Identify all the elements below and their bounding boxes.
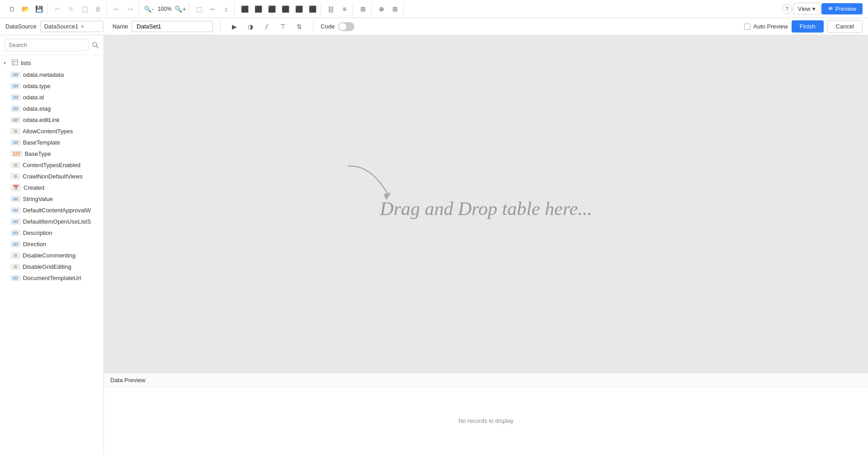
search-icon-btn[interactable] (91, 39, 99, 51)
tree-list-item[interactable]: str BaseTemplate (0, 137, 104, 148)
field-name: CrawlNonDefaultViews (23, 173, 83, 180)
tree-list-item[interactable]: str Description (0, 227, 104, 239)
tree-list-item[interactable]: str DefaultItemOpenUseListS (0, 216, 104, 227)
help-btn[interactable]: ? (782, 4, 792, 14)
finish-btn[interactable]: Finish (792, 20, 824, 33)
datasource-select[interactable]: DataSource1 ▾ (40, 21, 104, 32)
tree-list-item[interactable]: str odata.etag (0, 103, 104, 114)
undo-btn[interactable]: ↩ (110, 3, 123, 15)
field-name: odata.type (23, 83, 51, 89)
half-circle-btn[interactable]: ◑ (244, 20, 257, 33)
delete-btn[interactable]: 🗑 (92, 3, 104, 15)
filter-btn[interactable]: ⊤ (277, 20, 289, 33)
auto-preview-container: Auto Preview (744, 23, 788, 30)
sort-btn[interactable]: ⇅ (293, 20, 306, 33)
dist-h-btn[interactable]: ||| (325, 3, 337, 15)
open-file-btn[interactable]: 📂 (19, 3, 32, 15)
run-btn[interactable]: ▶ (228, 20, 241, 33)
cancel-btn[interactable]: Cancel (827, 20, 863, 33)
tree-root-item-lists[interactable]: ▾ lists (0, 57, 104, 69)
zoom-out-btn[interactable]: 🔍- (142, 3, 155, 15)
field-name: Direction (23, 241, 46, 248)
expand-v-btn[interactable]: ↕ (220, 3, 232, 15)
field-name: odata.metadata (23, 71, 64, 78)
align-middle-btn[interactable]: ⬛ (292, 3, 305, 15)
auto-preview-label: Auto Preview (753, 23, 788, 30)
align-top-btn[interactable]: ⬛ (279, 3, 292, 15)
snap-btn[interactable]: ⊞ (357, 3, 369, 15)
field-name: DocumentTemplateUrl (23, 275, 81, 281)
datasource-value: DataSource1 (44, 23, 79, 30)
expand-h-btn[interactable]: ↔ (206, 3, 219, 15)
field-name: Created (24, 184, 44, 191)
search-input[interactable] (5, 39, 89, 51)
copy-btn[interactable]: ⎘ (65, 3, 77, 15)
new-file-btn[interactable]: 🗋 (5, 3, 18, 15)
cut-btn[interactable]: ✂ (51, 3, 64, 15)
tree-children: str odata.metadata str odata.type str od… (0, 69, 104, 284)
field-type-badge: str (11, 83, 20, 89)
datasource-toolbar: DataSource DataSource1 ▾ Name ▶ ◑ 𝑓 ⊤ ⇅ … (0, 18, 868, 35)
field-type-badge: ⊙ (11, 162, 20, 168)
align-left-btn[interactable]: ⬛ (238, 3, 251, 15)
tree-list-item[interactable]: 123 BaseType (0, 148, 104, 159)
svg-marker-5 (383, 192, 391, 200)
field-name: DisableGridEditing (23, 263, 71, 270)
field-type-badge: ⊙ (11, 173, 20, 179)
field-type-badge: str (11, 207, 20, 213)
zoom-in-btn[interactable]: 🔍+ (174, 3, 187, 15)
save-btn[interactable]: 💾 (33, 3, 45, 15)
code-toggle[interactable] (338, 22, 354, 31)
data-preview-header: Data Preview (104, 373, 868, 388)
arrange-btn[interactable]: ⊕ (375, 3, 388, 15)
tree-list-item[interactable]: str odata.type (0, 80, 104, 92)
field-name: DefaultItemOpenUseListS (23, 218, 91, 225)
tree-list-item[interactable]: str odata.metadata (0, 69, 104, 80)
right-tools: ? View ▾ 👁 Preview (780, 3, 864, 15)
field-type-badge: str (11, 117, 20, 123)
preview-btn[interactable]: 👁 Preview (821, 3, 863, 14)
paste-btn[interactable]: 📋 (78, 3, 91, 15)
undo-tools: ↩ ↪ (108, 3, 139, 15)
tree-list-item[interactable]: ⊙ DisableGridEditing (0, 261, 104, 272)
select-btn[interactable]: ⬚ (193, 3, 205, 15)
toggle-knob (339, 23, 346, 30)
tree-list-item[interactable]: ⊙ DisableCommenting (0, 250, 104, 261)
field-type-badge: ⊙ (11, 128, 20, 134)
separator-1 (220, 21, 221, 32)
view-chevron-icon: ▾ (812, 5, 816, 12)
tree-list-item[interactable]: 📅 Created (0, 182, 104, 193)
tree-list-item[interactable]: ⊙ CrawlNonDefaultViews (0, 171, 104, 182)
tree-list-item[interactable]: str StringValue (0, 193, 104, 205)
search-icon (92, 42, 99, 49)
canvas-area[interactable]: Drag and Drop table here... (104, 35, 868, 373)
dist-v-btn[interactable]: ≡ (338, 3, 351, 15)
data-preview-body: No records to display (104, 388, 868, 454)
tree-list-item[interactable]: str odata.id (0, 92, 104, 103)
align-right-btn[interactable]: ⬛ (265, 3, 278, 15)
auto-preview-checkbox[interactable] (744, 23, 750, 30)
align-tools: ⬛ ⬛ ⬛ ⬛ ⬛ ⬛ (236, 3, 321, 15)
tree-list-item[interactable]: str DefaultContentApprovalW (0, 205, 104, 216)
tree-list-item[interactable]: str DocumentTemplateUrl (0, 272, 104, 284)
content-area: Drag and Drop table here... Data Preview… (104, 35, 868, 454)
data-preview-panel: Data Preview No records to display (104, 373, 868, 454)
svg-rect-2 (12, 60, 18, 65)
drag-drop-text: Drag and Drop table here... (380, 198, 592, 220)
align-center-h-btn[interactable]: ⬛ (252, 3, 264, 15)
function-btn[interactable]: 𝑓 (260, 20, 273, 33)
view-btn[interactable]: View ▾ (793, 3, 821, 15)
align-bottom-btn[interactable]: ⬛ (306, 3, 319, 15)
group-btn[interactable]: ⊞ (389, 3, 401, 15)
view-label: View (798, 5, 811, 12)
field-name: StringValue (23, 196, 53, 202)
dataset-name-input[interactable] (132, 21, 213, 32)
tree-list-item[interactable]: str Direction (0, 239, 104, 250)
tree-list-item[interactable]: ⊙ ContentTypesEnabled (0, 159, 104, 171)
dist-tools: ||| ≡ (323, 3, 353, 15)
field-name: DefaultContentApprovalW (23, 207, 91, 214)
tree-container: ▾ lists str odata.metadata str odata.typ… (0, 55, 104, 454)
tree-list-item[interactable]: str odata.editLink (0, 114, 104, 126)
redo-btn[interactable]: ↪ (124, 3, 137, 15)
tree-list-item[interactable]: ⊙ AllowContentTypes (0, 126, 104, 137)
